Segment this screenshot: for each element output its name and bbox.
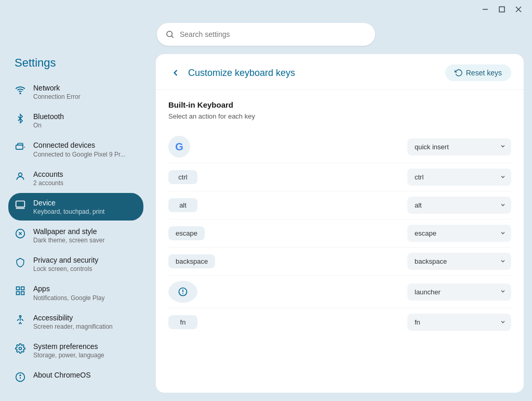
sidebar-item-privacy[interactable]: Privacy and security Lock screen, contro…	[8, 250, 143, 278]
key-select[interactable]: backspacedeletedisabled	[407, 253, 511, 270]
key-row: escape escapedisabledback	[168, 219, 511, 248]
section-title: Built-in Keyboard	[168, 100, 511, 109]
key-label: alt	[168, 198, 407, 212]
key-select-wrap: altctrldisabled	[407, 197, 511, 214]
key-select[interactable]: altctrldisabled	[407, 197, 511, 214]
sidebar-item-network-title: Network	[33, 83, 137, 93]
sidebar-item-accessibility-subtitle: Screen reader, magnification	[33, 323, 137, 330]
key-select[interactable]: ctrlaltdisabled	[407, 169, 511, 186]
key-select-wrap: backspacedeletedisabled	[407, 253, 511, 270]
sidebar-item-bluetooth[interactable]: Bluetooth On	[8, 107, 143, 134]
sidebar-item-network[interactable]: Network Connection Error	[8, 78, 143, 106]
key-select[interactable]: quick insertcaps lockdisabled	[407, 138, 511, 156]
minimize-button[interactable]	[478, 2, 493, 17]
g-key-badge: G	[168, 136, 190, 158]
key-row: launcherdisabled	[168, 276, 511, 308]
key-select-wrap: escapedisabledback	[407, 225, 511, 242]
svg-point-6	[20, 93, 21, 94]
main-panel: Customize keyboard keys Reset keys Built…	[156, 54, 524, 393]
key-rows-container: G quick insertcaps lockdisabled ctrl ctr…	[168, 131, 511, 336]
sidebar-item-about-text: About ChromeOS	[33, 370, 137, 380]
key-badge: escape	[168, 226, 205, 240]
sidebar-item-wallpaper-title: Wallpaper and style	[33, 227, 137, 236]
svg-rect-9	[16, 201, 25, 207]
sidebar-item-apps-subtitle: Notifications, Google Play	[33, 294, 137, 302]
sidebar-item-accounts-text: Accounts 2 accounts	[33, 170, 137, 187]
svg-rect-13	[21, 287, 24, 290]
sidebar-item-device-subtitle: Keyboard, touchpad, print	[33, 208, 137, 215]
key-badge: ctrl	[168, 170, 197, 184]
key-select[interactable]: launcherdisabled	[407, 283, 511, 301]
privacy-icon	[15, 256, 26, 268]
accessibility-icon	[15, 314, 26, 326]
sidebar-item-wallpaper[interactable]: Wallpaper and style Dark theme, screen s…	[8, 222, 143, 249]
device-icon	[15, 199, 26, 211]
key-row: alt altctrldisabled	[168, 191, 511, 219]
back-button[interactable]	[168, 66, 183, 80]
sidebar-item-wallpaper-text: Wallpaper and style Dark theme, screen s…	[33, 227, 137, 244]
key-label	[168, 281, 407, 303]
sidebar-item-system-subtitle: Storage, power, language	[33, 352, 137, 359]
sidebar-item-bluetooth-subtitle: On	[33, 122, 137, 129]
sidebar-item-about-title: About ChromeOS	[33, 370, 137, 380]
sidebar-item-accessibility[interactable]: Accessibility Screen reader, magnificati…	[8, 308, 143, 335]
key-label: ctrl	[168, 170, 407, 184]
sidebar-item-accounts[interactable]: Accounts 2 accounts	[8, 164, 143, 192]
page-header-left: Customize keyboard keys	[168, 66, 295, 80]
section-subtitle: Select an action for each key	[168, 112, 511, 120]
close-button[interactable]	[511, 2, 526, 17]
sidebar-item-device-title: Device	[33, 198, 137, 208]
svg-rect-15	[21, 292, 24, 295]
key-select[interactable]: fndisabled	[407, 314, 511, 331]
sidebar-item-about[interactable]: About ChromeOS	[8, 365, 143, 388]
wallpaper-icon	[15, 228, 26, 239]
apps-icon	[15, 285, 26, 296]
sidebar-item-device-text: Device Keyboard, touchpad, print	[33, 198, 137, 215]
sidebar-item-system[interactable]: System preferences Storage, power, langu…	[8, 337, 143, 364]
search-icon	[165, 30, 175, 39]
sidebar-item-connected-text: Connected devices Connected to Google Pi…	[33, 140, 137, 158]
key-select-wrap: ctrlaltdisabled	[407, 169, 511, 186]
search-bar	[157, 23, 375, 46]
keyboard-section: Built-in Keyboard Select an action for e…	[156, 90, 524, 393]
key-select[interactable]: escapedisabledback	[407, 225, 511, 242]
svg-point-4	[167, 31, 172, 37]
sidebar-item-privacy-subtitle: Lock screen, controls	[33, 265, 137, 273]
search-bar-container	[8, 19, 524, 54]
launcher-key-badge	[168, 281, 197, 303]
search-input[interactable]	[180, 30, 367, 38]
bluetooth-icon	[15, 113, 26, 124]
key-badge: alt	[168, 198, 197, 212]
key-label: backspace	[168, 254, 407, 268]
svg-point-16	[19, 315, 21, 317]
maximize-button[interactable]	[495, 2, 509, 17]
sidebar-item-network-text: Network Connection Error	[33, 83, 137, 100]
key-row: fn fndisabled	[168, 308, 511, 336]
svg-line-5	[171, 36, 173, 37]
content-area: Settings Network Connection Error	[8, 54, 524, 393]
sidebar-item-privacy-title: Privacy and security	[33, 255, 137, 265]
svg-rect-12	[17, 287, 20, 290]
sidebar-item-device[interactable]: Device Keyboard, touchpad, print	[8, 193, 143, 221]
titlebar	[0, 0, 532, 19]
sidebar-item-bluetooth-text: Bluetooth On	[33, 112, 137, 129]
svg-rect-1	[499, 7, 504, 12]
key-select-wrap: quick insertcaps lockdisabled	[407, 138, 511, 156]
sidebar-item-system-text: System preferences Storage, power, langu…	[33, 342, 137, 359]
accounts-icon	[15, 171, 26, 182]
reset-keys-button[interactable]: Reset keys	[445, 64, 511, 81]
page-title: Customize keyboard keys	[188, 68, 295, 79]
titlebar-buttons	[478, 2, 526, 17]
sidebar-item-privacy-text: Privacy and security Lock screen, contro…	[33, 255, 137, 273]
sidebar-item-apps[interactable]: Apps Notifications, Google Play	[8, 279, 143, 306]
svg-point-17	[19, 347, 22, 350]
sidebar-item-connected-title: Connected devices	[33, 140, 137, 150]
key-badge: fn	[168, 315, 197, 329]
key-row: G quick insertcaps lockdisabled	[168, 131, 511, 163]
sidebar-item-bluetooth-title: Bluetooth	[33, 112, 137, 121]
key-label: G	[168, 136, 407, 158]
sidebar-item-connected-devices[interactable]: Connected devices Connected to Google Pi…	[8, 135, 143, 163]
reset-keys-label: Reset keys	[466, 69, 502, 77]
key-badge: backspace	[168, 254, 215, 268]
sidebar-item-accessibility-title: Accessibility	[33, 313, 137, 322]
